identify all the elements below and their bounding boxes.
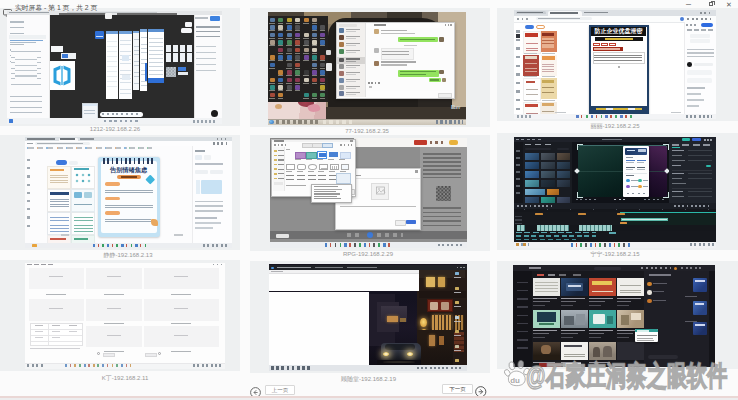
- svg-text:du: du: [510, 376, 520, 385]
